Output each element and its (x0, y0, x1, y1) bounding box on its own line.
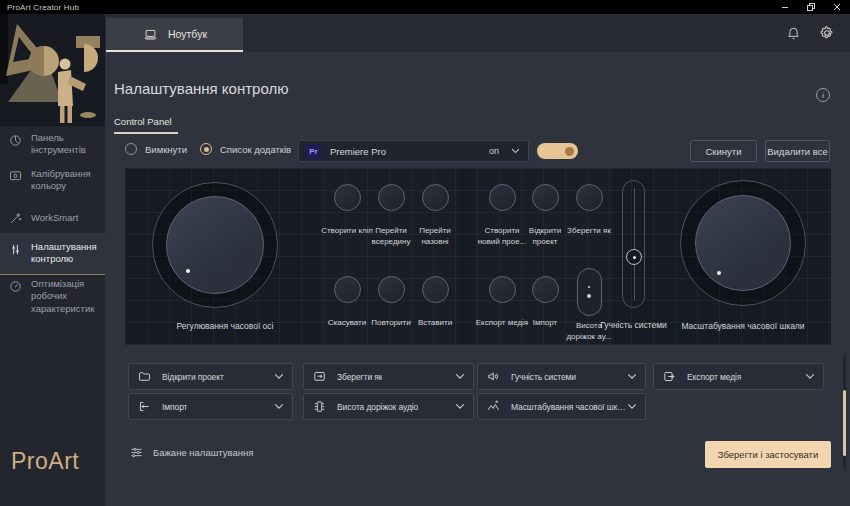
toggle-knob (565, 147, 574, 156)
premiere-pro-icon: Pr (306, 144, 321, 159)
chevron-down-icon (511, 148, 520, 154)
app-select-dropdown[interactable]: Pr Premiere Pro on (298, 140, 529, 162)
assignment-dropdown-import[interactable]: Імпорт (128, 393, 293, 420)
sidebar-item-label: Калібрування кольору (31, 168, 99, 193)
timeline-scrub-dial[interactable] (152, 182, 278, 308)
chevron-down-icon (274, 373, 284, 380)
gear-icon[interactable] (818, 24, 836, 42)
sliders-icon (8, 242, 24, 257)
app-enabled-toggle[interactable] (537, 143, 578, 159)
window-restore-button[interactable] (798, 0, 824, 14)
reset-button[interactable]: Скинути (690, 140, 757, 162)
panel-knob-button[interactable] (489, 276, 516, 303)
radio-disable[interactable]: Вимкнути (125, 143, 187, 155)
tab-laptop[interactable]: Ноутбук (106, 18, 243, 52)
window-close-button[interactable] (824, 0, 850, 14)
import-icon (137, 399, 153, 414)
sidebar-item-label: Налаштування контролю (31, 241, 99, 266)
panel-knob-button[interactable] (532, 276, 559, 303)
speaker-icon (486, 369, 502, 384)
vertical-scrollbar (843, 355, 846, 469)
assignment-label: Висота доріжок аудіо (337, 402, 418, 412)
assignment-label: Експорт медія (687, 372, 741, 382)
sidebar-item-label: Оптимізація робочих характеристик (31, 278, 99, 315)
app-select-value: Premiere Pro (330, 146, 386, 157)
dial-indicator-dot (186, 269, 190, 273)
right-dial-label: Масштабування часової шкали (643, 321, 831, 331)
assignment-dropdown-export-media[interactable]: Експорт медія (653, 363, 824, 390)
sidebar-item-performance-optimization[interactable]: Оптимізація робочих характеристик (0, 274, 105, 319)
window-title: ProArt Creator Hub (7, 3, 79, 12)
panel-knob-button[interactable] (576, 184, 603, 211)
sidebar-item-label: WorkSmart (31, 212, 78, 224)
panel-button-label: Вставити (407, 318, 463, 329)
preferred-settings-link[interactable]: Бажане налаштування (129, 445, 253, 460)
save-as-icon (312, 369, 328, 384)
delete-all-button[interactable]: Видалити все (765, 140, 830, 162)
sidebar-item-color-calibration[interactable]: Калібрування кольору (0, 164, 105, 197)
panel-knob-button[interactable] (334, 184, 361, 211)
save-and-apply-button[interactable]: Зберегти і застосувати (705, 441, 831, 468)
proart-creator-hub-window: ProArt Creator Hub (0, 0, 850, 506)
assignment-dropdown-timeline-zoom[interactable]: Масштабування часової шкали (477, 393, 646, 420)
folder-icon (137, 369, 153, 384)
scrollbar-thumb[interactable] (843, 390, 846, 456)
panel-knob-button[interactable] (378, 276, 405, 303)
assignment-label: Зберегти як (337, 372, 382, 382)
panel-knob-button[interactable] (378, 184, 405, 211)
panel-knob-button[interactable] (532, 184, 559, 211)
track-height-icon (312, 399, 328, 414)
app-state-label: on (489, 146, 499, 156)
sidebar-item-worksmart[interactable]: WorkSmart (0, 206, 105, 230)
chevron-down-icon (455, 403, 465, 410)
pie-chart-icon (8, 133, 24, 148)
panel-knob-button[interactable] (489, 184, 516, 211)
chevron-down-icon (627, 403, 637, 410)
laptop-icon (142, 27, 159, 42)
assignment-dropdown-open-project[interactable]: Відкрити проект (128, 363, 293, 390)
track-height-slider[interactable] (577, 268, 602, 316)
fader-knob[interactable] (626, 249, 642, 265)
wand-icon (8, 211, 24, 226)
panel-button-cell: Вставити (407, 276, 463, 329)
proart-artwork (0, 14, 105, 126)
export-icon (662, 369, 678, 384)
system-volume-fader[interactable] (622, 180, 645, 308)
radio-circle-icon (200, 143, 212, 155)
sidebar-item-dashboard[interactable]: Панель інструментів (0, 128, 105, 161)
monitor-droplet-icon (8, 169, 24, 184)
assignment-label: Гучність системи (511, 372, 576, 382)
assignment-label: Відкрити проект (162, 372, 224, 382)
window-titlebar: ProArt Creator Hub (0, 0, 850, 14)
radio-circle-icon (125, 143, 137, 155)
panel-button-label: Перейти назовні (407, 226, 463, 248)
tab-control-panel[interactable]: Control Panel (114, 116, 178, 134)
chevron-down-icon (274, 403, 284, 410)
timeline-zoom-dial[interactable] (680, 180, 806, 306)
panel-knob-button[interactable] (422, 184, 449, 211)
assignment-dropdown-save-as[interactable]: Зберегти як (303, 363, 474, 390)
bell-icon[interactable] (785, 25, 802, 42)
tab-laptop-label: Ноутбук (168, 28, 207, 40)
device-topbar: Ноутбук (105, 14, 850, 52)
chevron-down-icon (455, 373, 465, 380)
panel-knob-button[interactable] (422, 276, 449, 303)
main-area: Ноутбук Налаштування контролю i Control … (105, 14, 850, 506)
left-dial-label: Регулювання часової осі (125, 321, 325, 331)
sidebar-item-control-settings[interactable]: Налаштування контролю (0, 233, 105, 275)
chevron-down-icon (627, 373, 637, 380)
zoom-timeline-icon (486, 399, 502, 414)
panel-knob-button[interactable] (334, 276, 361, 303)
volume-fader-label: Гучність системи (597, 320, 670, 332)
chevron-down-icon (805, 373, 815, 380)
assignment-label: Масштабування часової шкали (511, 402, 627, 412)
window-minimize-button[interactable] (772, 0, 798, 14)
assignment-dropdown-system-volume[interactable]: Гучність системи (477, 363, 646, 390)
dial-indicator-dot (717, 271, 721, 275)
panel-button-cell: Перейти назовні (407, 184, 463, 248)
info-icon[interactable]: i (816, 88, 830, 102)
radio-app-list[interactable]: Список додатків (200, 143, 291, 155)
assignment-dropdown-track-height[interactable]: Висота доріжок аудіо (303, 393, 474, 420)
page-title: Налаштування контролю (114, 80, 288, 97)
app-selection-row: Вимкнути Список додатків Pr Premiere Pro… (105, 138, 850, 162)
